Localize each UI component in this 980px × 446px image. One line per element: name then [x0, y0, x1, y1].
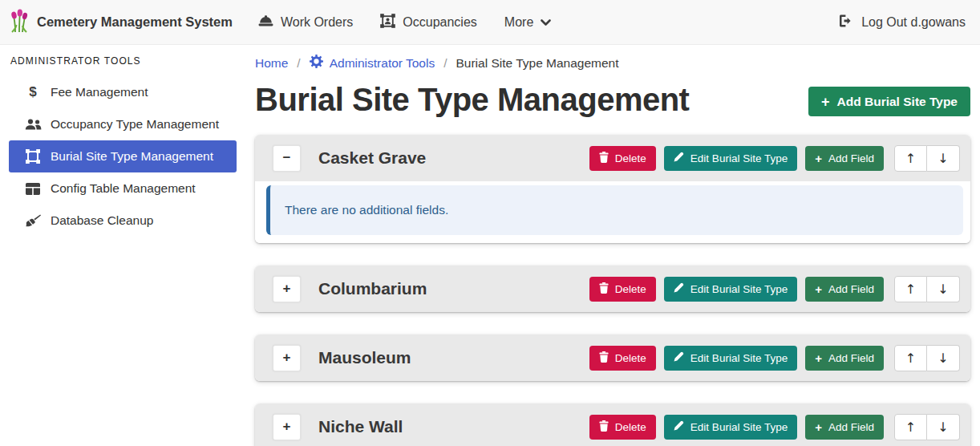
top-navbar: Cemetery Management System Work Orders O…	[0, 0, 980, 45]
panel-title: Niche Wall	[318, 417, 403, 436]
minus-icon: −	[283, 150, 291, 166]
add-field-button[interactable]: + Add Field	[805, 277, 884, 302]
sidebar-item-label: Burial Site Type Management	[51, 149, 213, 164]
panel-title: Columbarium	[318, 279, 427, 298]
plus-icon: +	[283, 419, 291, 435]
plus-icon: +	[815, 152, 822, 164]
reorder-buttons: ↑ ↓	[894, 145, 960, 172]
up-arrow-icon: ↑	[905, 351, 916, 366]
panel-body: There are no additional fields.	[255, 181, 970, 243]
gear-icon	[310, 55, 323, 71]
no-fields-message: There are no additional fields.	[285, 203, 448, 217]
sidebar-item-database-cleanup[interactable]: Database Cleanup	[9, 205, 237, 237]
delete-button[interactable]: Delete	[589, 146, 656, 171]
panel-columbarium: + Columbarium Delete	[255, 266, 970, 312]
sidebar-item-config-table-management[interactable]: Config Table Management	[9, 172, 237, 205]
add-burial-site-type-button[interactable]: + Add Burial Site Type	[808, 87, 970, 116]
breadcrumb-home-link[interactable]: Home	[255, 56, 288, 71]
move-up-button[interactable]: ↑	[894, 345, 927, 371]
panel-header: − Casket Grave Delete	[255, 135, 970, 181]
add-field-button[interactable]: + Add Field	[805, 346, 884, 371]
expand-toggle-button[interactable]: +	[273, 414, 301, 440]
delete-label: Delete	[615, 352, 646, 364]
pencil-icon	[674, 420, 684, 433]
panel-mausoleum: + Mausoleum Delete	[255, 334, 970, 381]
broom-icon	[23, 214, 43, 227]
panel-header: + Niche Wall Delete	[255, 403, 970, 446]
breadcrumb: Home / Admi	[255, 51, 970, 71]
panel-niche-wall: + Niche Wall Delete	[255, 403, 970, 446]
up-arrow-icon: ↑	[905, 282, 916, 297]
move-down-button[interactable]: ↓	[927, 345, 960, 371]
nav-occupancies[interactable]: Occupancies	[380, 14, 477, 31]
move-up-button[interactable]: ↑	[894, 276, 927, 302]
move-down-button[interactable]: ↓	[927, 414, 960, 440]
sidebar: ADMINISTRATOR TOOLS $ Fee Management Occ…	[0, 45, 245, 446]
sidebar-item-label: Database Cleanup	[51, 213, 153, 228]
delete-label: Delete	[615, 152, 646, 164]
reorder-buttons: ↑ ↓	[894, 414, 960, 440]
collapse-toggle-button[interactable]: −	[273, 145, 301, 172]
plus-icon: +	[283, 281, 291, 297]
breadcrumb-admin-tools-link[interactable]: Administrator Tools	[310, 55, 435, 71]
panel-title: Mausoleum	[318, 348, 411, 367]
sidebar-item-label: Fee Management	[51, 85, 148, 99]
delete-button[interactable]: Delete	[589, 277, 656, 302]
sign-out-icon	[839, 14, 853, 30]
edit-burial-site-type-button[interactable]: Edit Burial Site Type	[664, 146, 797, 171]
add-burial-site-type-label: Add Burial Site Type	[837, 95, 958, 109]
app-brand[interactable]: Cemetery Management System	[10, 8, 233, 36]
move-up-button[interactable]: ↑	[894, 145, 927, 172]
panel-actions: Delete Edit Burial Site Type + Add Field	[589, 345, 960, 371]
add-field-button[interactable]: + Add Field	[805, 146, 884, 171]
edit-label: Edit Burial Site Type	[690, 283, 788, 295]
logout-button[interactable]: Log Out d.gowans	[839, 14, 966, 30]
down-arrow-icon: ↓	[937, 420, 948, 435]
delete-button[interactable]: Delete	[589, 346, 656, 371]
add-field-button[interactable]: + Add Field	[805, 415, 884, 440]
chevron-down-icon	[541, 15, 551, 30]
move-down-button[interactable]: ↓	[927, 276, 960, 302]
delete-button[interactable]: Delete	[589, 415, 656, 440]
panel-title: Casket Grave	[318, 148, 426, 168]
panel-header: + Mausoleum Delete	[255, 334, 970, 381]
edit-burial-site-type-button[interactable]: Edit Burial Site Type	[664, 415, 797, 440]
pencil-icon	[674, 351, 684, 364]
sidebar-item-burial-site-type-management[interactable]: Burial Site Type Management	[9, 140, 237, 172]
tulip-logo-icon	[10, 8, 29, 36]
nav-item-label: Occupancies	[403, 15, 477, 30]
nav-more[interactable]: More	[504, 15, 551, 30]
add-field-label: Add Field	[828, 283, 874, 295]
plus-icon: +	[821, 95, 830, 109]
pencil-icon	[674, 152, 684, 164]
nav-work-orders[interactable]: Work Orders	[258, 14, 353, 30]
edit-label: Edit Burial Site Type	[690, 421, 788, 433]
occupancy-frame-icon	[380, 14, 395, 31]
reorder-buttons: ↑ ↓	[894, 345, 960, 371]
nav-item-label: More	[504, 15, 533, 30]
breadcrumb-separator: /	[297, 56, 300, 71]
expand-toggle-button[interactable]: +	[273, 276, 301, 302]
move-up-button[interactable]: ↑	[894, 414, 927, 440]
add-field-label: Add Field	[828, 152, 874, 164]
breadcrumb-current: Burial Site Type Management	[456, 56, 619, 71]
plus-icon: +	[815, 283, 822, 295]
nav-item-label: Work Orders	[281, 15, 353, 30]
down-arrow-icon: ↓	[937, 151, 948, 166]
sidebar-item-fee-management[interactable]: $ Fee Management	[9, 76, 237, 108]
edit-burial-site-type-button[interactable]: Edit Burial Site Type	[664, 277, 797, 302]
pencil-icon	[674, 282, 684, 295]
panel-actions: Delete Edit Burial Site Type + Add Field	[589, 145, 960, 172]
table-icon	[23, 183, 43, 195]
trash-icon	[599, 282, 609, 296]
panel-header: + Columbarium Delete	[255, 266, 970, 312]
hard-hat-icon	[258, 14, 273, 30]
sidebar-heading: ADMINISTRATOR TOOLS	[9, 55, 237, 76]
edit-burial-site-type-button[interactable]: Edit Burial Site Type	[664, 346, 797, 371]
panel-casket-grave: − Casket Grave Delete	[255, 135, 970, 243]
expand-toggle-button[interactable]: +	[273, 345, 301, 371]
move-down-button[interactable]: ↓	[927, 145, 960, 172]
edit-label: Edit Burial Site Type	[690, 152, 788, 164]
panel-actions: Delete Edit Burial Site Type + Add Field	[589, 414, 960, 440]
sidebar-item-occupancy-type-management[interactable]: Occupancy Type Management	[9, 108, 237, 140]
